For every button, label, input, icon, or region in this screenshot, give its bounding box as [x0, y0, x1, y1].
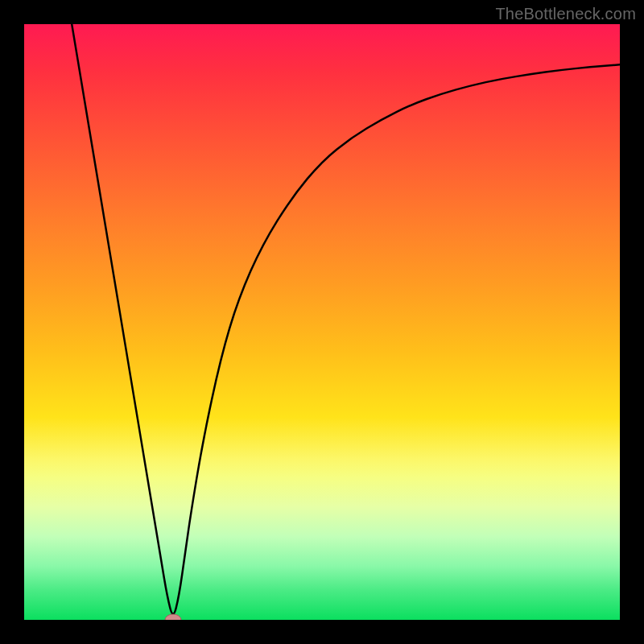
plot-area: [24, 24, 620, 620]
minimum-marker: [165, 614, 181, 620]
bottleneck-curve: [24, 24, 620, 620]
chart-frame: TheBottleneck.com: [0, 0, 644, 644]
curve-path: [72, 24, 620, 614]
watermark-text: TheBottleneck.com: [495, 5, 636, 23]
